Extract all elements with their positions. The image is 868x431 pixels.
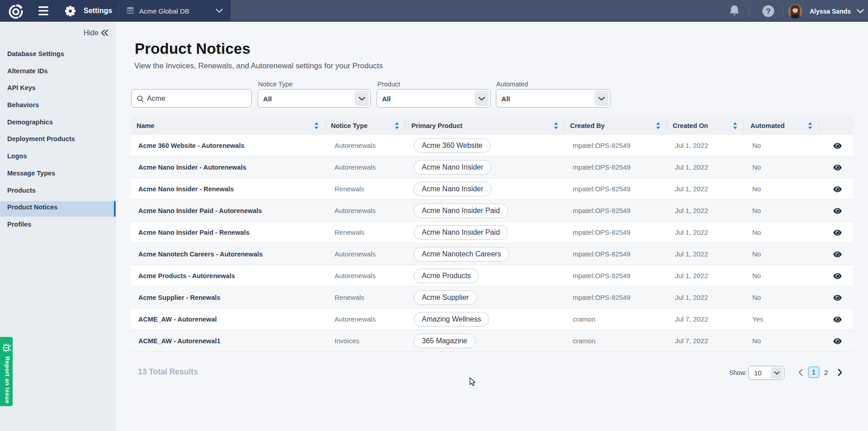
svg-text:?: ?: [766, 7, 770, 16]
